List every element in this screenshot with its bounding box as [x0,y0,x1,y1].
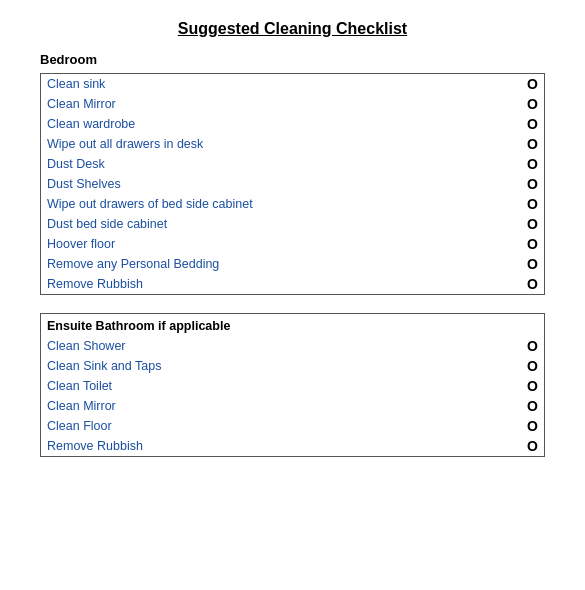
item-checkbox[interactable]: O [469,134,545,154]
item-checkbox[interactable]: O [469,416,545,436]
item-checkbox[interactable]: O [469,154,545,174]
checklist-table-ensuite: Ensuite Bathroom if applicableClean Show… [40,313,545,457]
table-row: Clean MirrorO [41,94,545,114]
table-row: Clean MirrorO [41,396,545,416]
table-row: Remove RubbishO [41,436,545,457]
item-checkbox[interactable]: O [469,254,545,274]
item-label: Wipe out all drawers in desk [41,134,469,154]
table-row: Clean sinkO [41,74,545,95]
table-row: Remove RubbishO [41,274,545,295]
table-row: Hoover floorO [41,234,545,254]
table-row: Wipe out drawers of bed side cabinetO [41,194,545,214]
item-label: Clean Toilet [41,376,469,396]
item-checkbox[interactable]: O [469,396,545,416]
item-label: Remove any Personal Bedding [41,254,469,274]
item-label: Remove Rubbish [41,274,469,295]
item-label: Clean Mirror [41,396,469,416]
item-checkbox[interactable]: O [469,356,545,376]
item-checkbox[interactable]: O [469,214,545,234]
item-checkbox[interactable]: O [469,234,545,254]
table-row: Clean ShowerO [41,336,545,356]
table-row: Clean FloorO [41,416,545,436]
checklist-table-bedroom: Clean sinkOClean MirrorOClean wardrobeOW… [40,73,545,295]
item-label: Hoover floor [41,234,469,254]
item-label: Clean Sink and Taps [41,356,469,376]
table-row: Dust ShelvesO [41,174,545,194]
table-row: Clean wardrobeO [41,114,545,134]
item-label: Clean wardrobe [41,114,469,134]
table-row: Dust DeskO [41,154,545,174]
item-checkbox[interactable]: O [469,94,545,114]
item-label: Dust bed side cabinet [41,214,469,234]
item-checkbox[interactable]: O [469,114,545,134]
item-checkbox[interactable]: O [469,274,545,295]
item-label: Dust Shelves [41,174,469,194]
item-checkbox[interactable]: O [469,436,545,457]
item-checkbox[interactable]: O [469,174,545,194]
item-checkbox[interactable]: O [469,194,545,214]
table-row: Dust bed side cabinetO [41,214,545,234]
item-label: Clean sink [41,74,469,95]
item-checkbox[interactable]: O [469,376,545,396]
item-label: Remove Rubbish [41,436,469,457]
table-row: Clean Sink and TapsO [41,356,545,376]
item-label: Clean Mirror [41,94,469,114]
table-row: Clean ToiletO [41,376,545,396]
table-row: Ensuite Bathroom if applicable [41,314,545,337]
section-header-inside: Ensuite Bathroom if applicable [41,314,545,337]
table-row: Wipe out all drawers in deskO [41,134,545,154]
item-label: Wipe out drawers of bed side cabinet [41,194,469,214]
item-label: Dust Desk [41,154,469,174]
item-label: Clean Floor [41,416,469,436]
item-label: Clean Shower [41,336,469,356]
section-label-bedroom: Bedroom [40,52,545,67]
page-title: Suggested Cleaning Checklist [40,20,545,38]
table-row: Remove any Personal BeddingO [41,254,545,274]
item-checkbox[interactable]: O [469,74,545,95]
item-checkbox[interactable]: O [469,336,545,356]
